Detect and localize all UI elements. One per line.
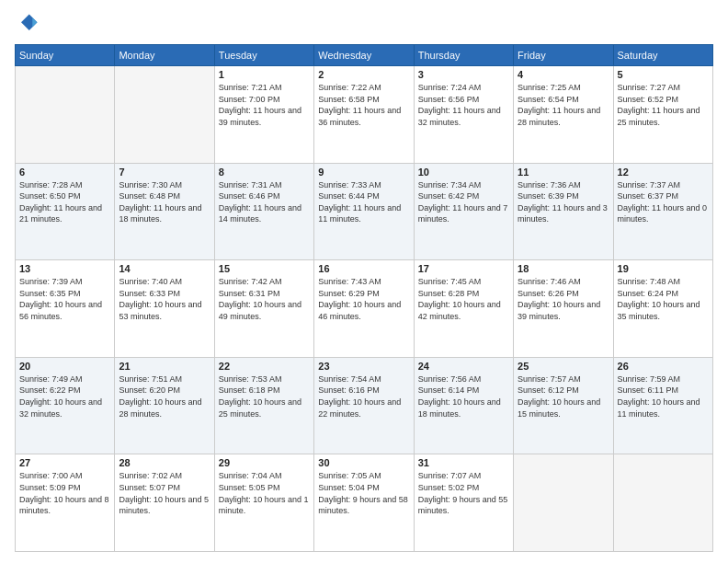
daylight-text: Daylight: 10 hours and 1 minute. <box>219 494 310 517</box>
calendar-header-tuesday: Tuesday <box>214 45 313 66</box>
sunset-text: Sunset: 6:39 PM <box>518 190 609 202</box>
logo <box>15 11 44 37</box>
day-number: 2 <box>318 69 409 80</box>
calendar-header-row: SundayMondayTuesdayWednesdayThursdayFrid… <box>16 45 713 66</box>
calendar-week-row: 1Sunrise: 7:21 AMSunset: 7:00 PMDaylight… <box>16 66 713 164</box>
sunrise-text: Sunrise: 7:46 AM <box>518 276 609 288</box>
day-info: Sunrise: 7:56 AMSunset: 6:14 PMDaylight:… <box>418 373 509 419</box>
day-number: 6 <box>19 167 110 178</box>
sunset-text: Sunset: 7:00 PM <box>219 94 310 106</box>
daylight-text: Daylight: 11 hours and 0 minutes. <box>618 202 709 225</box>
day-info: Sunrise: 7:45 AMSunset: 6:28 PMDaylight:… <box>418 276 509 322</box>
calendar-cell: 6Sunrise: 7:28 AMSunset: 6:50 PMDaylight… <box>16 163 115 260</box>
day-info: Sunrise: 7:34 AMSunset: 6:42 PMDaylight:… <box>418 179 509 225</box>
sunrise-text: Sunrise: 7:40 AM <box>119 276 210 288</box>
calendar-cell: 29Sunrise: 7:04 AMSunset: 5:05 PMDayligh… <box>214 454 313 552</box>
sunrise-text: Sunrise: 7:07 AM <box>418 470 509 482</box>
sunrise-text: Sunrise: 7:34 AM <box>418 179 509 191</box>
calendar-table: SundayMondayTuesdayWednesdayThursdayFrid… <box>15 44 713 552</box>
daylight-text: Daylight: 10 hours and 32 minutes. <box>19 396 110 419</box>
calendar-cell: 3Sunrise: 7:24 AMSunset: 6:56 PMDaylight… <box>414 66 513 164</box>
daylight-text: Daylight: 11 hours and 14 minutes. <box>219 202 310 225</box>
calendar-cell: 7Sunrise: 7:30 AMSunset: 6:48 PMDaylight… <box>115 163 214 260</box>
sunset-text: Sunset: 5:07 PM <box>119 482 210 494</box>
day-info: Sunrise: 7:54 AMSunset: 6:16 PMDaylight:… <box>318 373 409 419</box>
daylight-text: Daylight: 11 hours and 18 minutes. <box>119 202 210 225</box>
daylight-text: Daylight: 9 hours and 58 minutes. <box>318 494 409 517</box>
sunset-text: Sunset: 6:42 PM <box>418 190 509 202</box>
daylight-text: Daylight: 11 hours and 36 minutes. <box>318 105 409 128</box>
daylight-text: Daylight: 10 hours and 8 minutes. <box>19 494 110 517</box>
day-info: Sunrise: 7:24 AMSunset: 6:56 PMDaylight:… <box>418 82 509 128</box>
day-number: 20 <box>19 361 110 372</box>
sunrise-text: Sunrise: 7:36 AM <box>518 179 609 191</box>
daylight-text: Daylight: 9 hours and 55 minutes. <box>418 494 509 517</box>
day-info: Sunrise: 7:07 AMSunset: 5:02 PMDaylight:… <box>418 470 509 516</box>
day-number: 28 <box>119 457 210 468</box>
day-info: Sunrise: 7:37 AMSunset: 6:37 PMDaylight:… <box>618 179 709 225</box>
day-number: 9 <box>318 167 409 178</box>
calendar-cell <box>16 66 115 164</box>
sunrise-text: Sunrise: 7:45 AM <box>418 276 509 288</box>
sunset-text: Sunset: 6:22 PM <box>19 385 110 396</box>
page: SundayMondayTuesdayWednesdayThursdayFrid… <box>0 0 728 563</box>
day-info: Sunrise: 7:22 AMSunset: 6:58 PMDaylight:… <box>318 82 409 128</box>
calendar-week-row: 27Sunrise: 7:00 AMSunset: 5:09 PMDayligh… <box>16 454 713 552</box>
sunset-text: Sunset: 6:56 PM <box>418 94 509 106</box>
calendar-cell: 17Sunrise: 7:45 AMSunset: 6:28 PMDayligh… <box>414 260 513 358</box>
daylight-text: Daylight: 11 hours and 28 minutes. <box>518 105 609 128</box>
calendar-week-row: 13Sunrise: 7:39 AMSunset: 6:35 PMDayligh… <box>16 260 713 358</box>
sunrise-text: Sunrise: 7:05 AM <box>318 470 409 482</box>
sunset-text: Sunset: 6:14 PM <box>418 385 509 396</box>
day-info: Sunrise: 7:53 AMSunset: 6:18 PMDaylight:… <box>219 373 310 419</box>
calendar-week-row: 20Sunrise: 7:49 AMSunset: 6:22 PMDayligh… <box>16 357 713 454</box>
daylight-text: Daylight: 10 hours and 35 minutes. <box>618 299 709 322</box>
calendar-cell <box>613 454 712 552</box>
sunrise-text: Sunrise: 7:54 AM <box>318 373 409 385</box>
day-number: 11 <box>518 167 609 178</box>
day-number: 25 <box>518 361 609 372</box>
daylight-text: Daylight: 11 hours and 7 minutes. <box>418 202 509 225</box>
day-info: Sunrise: 7:04 AMSunset: 5:05 PMDaylight:… <box>219 470 310 516</box>
calendar-cell: 31Sunrise: 7:07 AMSunset: 5:02 PMDayligh… <box>414 454 513 552</box>
sunrise-text: Sunrise: 7:02 AM <box>119 470 210 482</box>
calendar-header-saturday: Saturday <box>613 45 712 66</box>
daylight-text: Daylight: 10 hours and 39 minutes. <box>518 299 609 322</box>
sunset-text: Sunset: 6:18 PM <box>219 385 310 396</box>
sunset-text: Sunset: 6:28 PM <box>418 288 509 300</box>
calendar-header-sunday: Sunday <box>16 45 115 66</box>
sunset-text: Sunset: 6:50 PM <box>19 190 110 202</box>
day-number: 18 <box>518 263 609 274</box>
sunrise-text: Sunrise: 7:43 AM <box>318 276 409 288</box>
sunrise-text: Sunrise: 7:31 AM <box>219 179 310 191</box>
calendar-cell: 13Sunrise: 7:39 AMSunset: 6:35 PMDayligh… <box>16 260 115 358</box>
daylight-text: Daylight: 10 hours and 5 minutes. <box>119 494 210 517</box>
day-info: Sunrise: 7:59 AMSunset: 6:11 PMDaylight:… <box>618 373 709 419</box>
daylight-text: Daylight: 10 hours and 56 minutes. <box>19 299 110 322</box>
sunrise-text: Sunrise: 7:28 AM <box>19 179 110 191</box>
header <box>15 11 713 37</box>
day-info: Sunrise: 7:02 AMSunset: 5:07 PMDaylight:… <box>119 470 210 516</box>
calendar-cell: 9Sunrise: 7:33 AMSunset: 6:44 PMDaylight… <box>314 163 414 260</box>
sunrise-text: Sunrise: 7:56 AM <box>418 373 509 385</box>
day-number: 29 <box>219 457 310 468</box>
daylight-text: Daylight: 10 hours and 28 minutes. <box>119 396 210 419</box>
calendar-cell: 8Sunrise: 7:31 AMSunset: 6:46 PMDaylight… <box>214 163 313 260</box>
calendar-cell: 15Sunrise: 7:42 AMSunset: 6:31 PMDayligh… <box>214 260 313 358</box>
day-number: 13 <box>19 263 110 274</box>
daylight-text: Daylight: 10 hours and 11 minutes. <box>618 396 709 419</box>
calendar-cell: 20Sunrise: 7:49 AMSunset: 6:22 PMDayligh… <box>16 357 115 454</box>
day-number: 16 <box>318 263 409 274</box>
svg-marker-1 <box>32 17 37 28</box>
sunset-text: Sunset: 6:24 PM <box>618 288 709 300</box>
sunset-text: Sunset: 5:02 PM <box>418 482 509 494</box>
day-info: Sunrise: 7:42 AMSunset: 6:31 PMDaylight:… <box>219 276 310 322</box>
day-info: Sunrise: 7:57 AMSunset: 6:12 PMDaylight:… <box>518 373 609 419</box>
daylight-text: Daylight: 10 hours and 49 minutes. <box>219 299 310 322</box>
day-info: Sunrise: 7:33 AMSunset: 6:44 PMDaylight:… <box>318 179 409 225</box>
sunset-text: Sunset: 6:33 PM <box>119 288 210 300</box>
day-info: Sunrise: 7:27 AMSunset: 6:52 PMDaylight:… <box>618 82 709 128</box>
sunset-text: Sunset: 6:12 PM <box>518 385 609 396</box>
sunrise-text: Sunrise: 7:59 AM <box>618 373 709 385</box>
calendar-cell: 22Sunrise: 7:53 AMSunset: 6:18 PMDayligh… <box>214 357 313 454</box>
